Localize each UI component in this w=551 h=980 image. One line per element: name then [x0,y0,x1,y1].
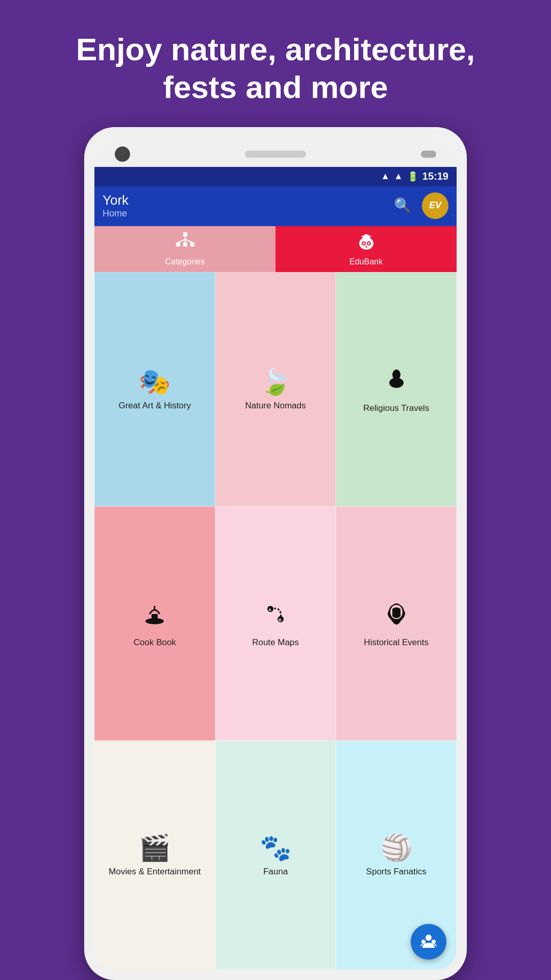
svg-text:B: B [279,618,282,622]
category-grid: 🎭 Great Art & History 🍃 Nature Nomads [94,272,457,970]
phone-screen: ▲ ▲ 🔋 15:19 York Home 🔍 EV [94,137,457,970]
categories-icon [175,231,195,255]
speaker [245,151,306,158]
svg-rect-2 [183,242,187,247]
fauna-icon: 🐾 [260,835,291,861]
svg-rect-20 [152,614,158,621]
movies-entertainment-icon: 🎬 [139,835,170,861]
svg-text:A: A [268,607,271,612]
fauna-label: Fauna [263,867,288,877]
phone-top-bar [94,137,457,167]
svg-point-11 [363,242,365,244]
svg-line-5 [178,239,185,242]
svg-line-6 [185,239,192,242]
fab-button[interactable] [411,924,446,960]
svg-rect-0 [183,232,187,236]
status-icons: ▲ ▲ 🔋 15:19 [381,170,448,182]
status-bar: ▲ ▲ 🔋 15:19 [94,167,457,186]
app-title: York [103,192,129,208]
phone-frame: ▲ ▲ 🔋 15:19 York Home 🔍 EV [84,127,467,980]
route-maps-icon: A B [262,601,289,631]
app-subtitle: Home [103,208,129,219]
cook-book-icon [141,601,168,631]
signal-icon: ▲ [394,171,403,182]
religious-travels-icon [383,366,410,397]
cook-book-label: Cook Book [134,638,176,648]
svg-point-17 [389,378,404,388]
sports-fanatics-label: Sports Fanatics [366,867,427,877]
app-bar-right: 🔍 EV [394,192,448,219]
svg-point-12 [368,242,370,244]
tabs-bar: Categories [94,226,457,272]
tab-categories[interactable]: Categories [94,226,276,272]
sensor [421,151,436,158]
great-art-history-icon: 🎭 [139,369,170,395]
app-logo-badge: EV [422,192,448,219]
grid-item-great-art-history[interactable]: 🎭 Great Art & History [94,272,215,506]
svg-rect-3 [190,242,194,247]
camera [115,146,130,162]
great-art-history-label: Great Art & History [118,401,191,411]
app-bar: York Home 🔍 EV [94,186,457,226]
battery-icon: 🔋 [407,171,418,182]
svg-rect-1 [176,242,180,247]
sports-fanatics-icon: 🏐 [381,835,412,861]
grid-item-religious-travels[interactable]: Religious Travels [336,272,457,506]
historical-events-label: Historical Events [364,638,429,648]
tab-categories-label: Categories [165,257,205,266]
grid-item-historical-events[interactable]: Historical Events [336,506,457,741]
status-time: 15:19 [422,170,448,182]
grid-item-movies-entertainment[interactable]: 🎬 Movies & Entertainment [94,741,215,970]
svg-point-28 [421,940,425,944]
edubank-icon [356,231,377,255]
tab-edubank-label: EduBank [349,257,383,266]
wifi-icon: ▲ [381,171,390,182]
movies-entertainment-label: Movies & Entertainment [109,867,201,877]
svg-point-18 [394,370,398,374]
nature-nomads-icon: 🍃 [260,369,291,395]
svg-point-8 [362,234,370,242]
hero-text: Enjoy nature, architecture, fests and mo… [0,0,551,127]
route-maps-label: Route Maps [252,638,299,648]
app-bar-left: York Home [103,192,129,219]
religious-travels-label: Religious Travels [363,403,429,413]
grid-item-route-maps[interactable]: A B Route Maps [215,506,336,741]
main-content: 🎭 Great Art & History 🍃 Nature Nomads [94,272,457,970]
nature-nomads-label: Nature Nomads [245,401,306,411]
grid-item-fauna[interactable]: 🐾 Fauna [215,741,336,970]
tab-edubank[interactable]: EduBank [276,226,457,272]
grid-item-cook-book[interactable]: Cook Book [94,506,215,741]
svg-point-29 [432,940,436,944]
svg-point-27 [425,935,432,941]
historical-events-icon [383,601,410,631]
search-icon[interactable]: 🔍 [394,197,412,214]
grid-item-nature-nomads[interactable]: 🍃 Nature Nomads [215,272,336,506]
